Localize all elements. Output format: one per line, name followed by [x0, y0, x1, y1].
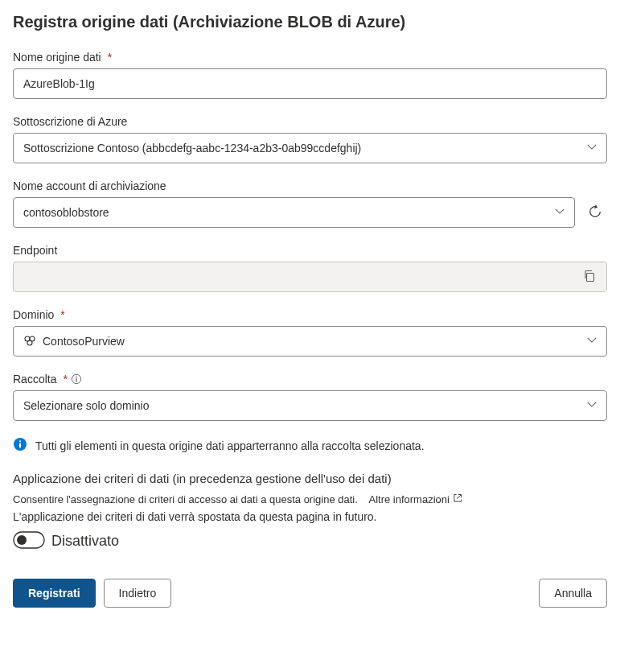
more-info-link[interactable]: Altre informazioni: [368, 493, 462, 505]
info-message-row: Tutti gli elementi in questa origine dat…: [13, 437, 607, 454]
domain-icon: [23, 334, 36, 349]
register-button[interactable]: Registrati: [13, 579, 96, 608]
collection-dropdown[interactable]: Selezionare solo dominio: [13, 390, 607, 421]
subscription-label: Sottoscrizione di Azure: [13, 115, 607, 128]
label-text: Nome origine dati: [13, 51, 101, 64]
collection-dropdown-button[interactable]: Selezionare solo dominio: [13, 390, 607, 421]
data-source-name-input[interactable]: [13, 68, 607, 99]
field-storage-account: Nome account di archiviazione contosoblo…: [13, 179, 607, 228]
label-text: Dominio: [13, 308, 54, 321]
policy-toggle[interactable]: [13, 531, 45, 551]
footer-actions: Registrati Indietro Annulla: [13, 571, 607, 608]
external-link-icon: [453, 493, 462, 505]
info-icon: [13, 437, 27, 454]
field-subscription: Sottoscrizione di Azure Sottoscrizione C…: [13, 115, 607, 163]
svg-rect-6: [76, 378, 76, 381]
info-message-text: Tutti gli elementi in questa origine dat…: [35, 439, 425, 452]
endpoint-input: [13, 262, 607, 292]
svg-rect-0: [587, 273, 594, 281]
svg-point-5: [76, 377, 77, 378]
storage-account-dropdown[interactable]: contosoblobstore: [13, 197, 575, 228]
page-title: Registra origine dati (Archiviazione BLO…: [13, 13, 607, 31]
svg-point-3: [27, 340, 32, 345]
back-button[interactable]: Indietro: [104, 579, 172, 608]
label-text: Endpoint: [13, 244, 57, 257]
svg-rect-9: [19, 443, 21, 448]
refresh-button[interactable]: [583, 200, 607, 226]
field-data-source-name: Nome origine dati *: [13, 51, 607, 99]
field-domain: Dominio * ContosoPurview: [13, 308, 607, 357]
label-text: Raccolta: [13, 373, 56, 385]
collection-value: Selezionare solo dominio: [23, 399, 149, 412]
policy-sub-row: Consentire l'assegnazione di criteri di …: [13, 493, 607, 505]
field-endpoint: Endpoint: [13, 244, 607, 292]
cancel-button[interactable]: Annulla: [539, 579, 607, 608]
domain-value: ContosoPurview: [43, 335, 125, 348]
copy-icon: [583, 270, 596, 285]
copy-button[interactable]: [578, 265, 601, 290]
policy-toggle-row: Disattivato: [13, 531, 607, 551]
field-collection: Raccolta * Selezionare solo dominio: [13, 373, 607, 421]
storage-account-value: contosoblobstore: [23, 206, 109, 219]
label-text: Sottoscrizione di Azure: [13, 115, 127, 128]
data-source-name-label: Nome origine dati *: [13, 51, 607, 64]
svg-point-8: [19, 440, 21, 442]
label-text: Nome account di archiviazione: [13, 179, 166, 192]
domain-dropdown-button[interactable]: ContosoPurview: [13, 326, 607, 357]
refresh-icon: [588, 204, 602, 221]
collection-label: Raccolta *: [13, 373, 607, 385]
required-star-icon: *: [60, 308, 64, 321]
endpoint-label: Endpoint: [13, 244, 607, 257]
policy-heading: Applicazione dei criteri di dati (in pre…: [13, 472, 607, 485]
more-info-text: Altre informazioni: [368, 493, 449, 505]
policy-sub-text: Consentire l'assegnazione di criteri di …: [13, 493, 358, 505]
domain-label: Dominio *: [13, 308, 607, 321]
subscription-dropdown[interactable]: Sottoscrizione Contoso (abbcdefg-aabc-12…: [13, 133, 607, 163]
policy-note: L'applicazione dei criteri di dati verrà…: [13, 510, 607, 523]
toggle-state-text: Disattivato: [51, 533, 119, 550]
svg-point-11: [17, 535, 27, 545]
storage-account-dropdown-button[interactable]: contosoblobstore: [13, 197, 575, 228]
required-star-icon: *: [63, 373, 67, 385]
info-tooltip-icon[interactable]: [71, 373, 82, 385]
subscription-value: Sottoscrizione Contoso (abbcdefg-aabc-12…: [23, 142, 361, 155]
toggle-off-icon: [13, 531, 45, 551]
domain-dropdown[interactable]: ContosoPurview: [13, 326, 607, 357]
subscription-dropdown-button[interactable]: Sottoscrizione Contoso (abbcdefg-aabc-12…: [13, 133, 607, 163]
required-star-icon: *: [108, 51, 112, 64]
storage-account-label: Nome account di archiviazione: [13, 179, 607, 192]
